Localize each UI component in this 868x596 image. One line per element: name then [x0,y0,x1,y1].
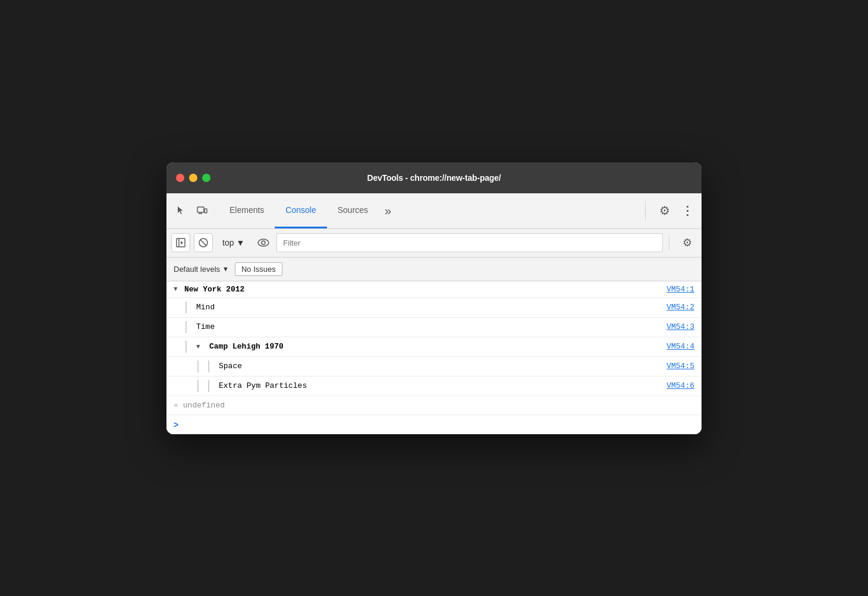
row-link-3[interactable]: VM54:3 [666,322,694,331]
levels-bar: Default levels ▼ No Issues [166,258,702,281]
console-input[interactable] [183,420,694,429]
window-title: DevTools - chrome://new-tab-page/ [367,173,501,183]
tab-console[interactable]: Console [275,193,326,228]
console-output: ▼ New York 2012 VM54:1 Mind VM54:2 Time [166,281,702,434]
minimize-button[interactable] [189,174,197,182]
tab-elements[interactable]: Elements [219,193,275,228]
devtools-window: DevTools - chrome://new-tab-page/ [166,162,702,434]
svg-marker-5 [181,241,183,244]
svg-point-9 [262,241,265,244]
toolbar-icons [171,201,212,220]
default-levels-dropdown[interactable]: Default levels ▼ [174,265,229,274]
titlebar: DevTools - chrome://new-tab-page/ [166,162,702,193]
svg-rect-0 [197,207,204,212]
console-row-3: Time VM54:3 [166,318,702,337]
console-settings-button[interactable]: ⚙ [678,233,697,252]
svg-line-7 [200,240,206,246]
console-row-6: Extra Pym Particles VM54:6 [166,377,702,396]
traffic-lights [176,174,210,182]
row-text-4: Camp Lehigh 1970 [209,342,284,351]
show-sidebar-button[interactable] [171,233,190,252]
indent-bar-3 [185,321,187,333]
inspect-element-button[interactable] [171,201,190,220]
row-text-5: Space [219,362,242,371]
no-issues-button[interactable]: No Issues [235,262,282,276]
row-link-5[interactable]: VM54:5 [666,362,694,371]
filter-input[interactable] [276,233,663,252]
close-button[interactable] [176,174,184,182]
console-toolbar: top ▼ ⚙ [166,229,702,258]
console-row-1: ▼ New York 2012 VM54:1 [166,281,702,298]
indent-bar-6b [208,380,209,392]
row-link-6[interactable]: VM54:6 [666,381,694,390]
clear-console-button[interactable] [194,233,213,252]
maximize-button[interactable] [202,174,210,182]
return-value-icon: « [174,401,178,410]
indent-bar-2 [185,302,187,313]
more-options-button[interactable]: ⋮ [678,201,697,220]
live-expressions-button[interactable] [254,233,273,252]
main-tabs: Elements Console Sources » [219,193,645,228]
prompt-row[interactable]: > [166,415,702,434]
svg-rect-1 [205,209,207,213]
tabs-right-icons: ⚙ ⋮ [645,201,697,220]
row-link-1[interactable]: VM54:1 [666,285,694,294]
expand-arrow-4[interactable]: ▼ [196,343,203,350]
row-link-2[interactable]: VM54:2 [666,303,694,312]
console-row-5: Space VM54:5 [166,357,702,377]
indent-bar-5b [208,360,209,372]
indent-bar-4 [185,341,187,353]
console-row-4: ▼ Camp Lehigh 1970 VM54:4 [166,337,702,357]
row-text-6: Extra Pym Particles [219,381,307,390]
prompt-chevron: > [174,420,178,429]
divider [669,236,669,250]
row-link-4[interactable]: VM54:4 [666,342,694,351]
device-mode-button[interactable] [193,201,212,220]
indent-bar-5a [197,360,199,372]
more-tabs-button[interactable]: » [379,193,397,228]
row-text-2: Mind [196,303,215,312]
tabs-bar: Elements Console Sources » ⚙ ⋮ [166,193,702,229]
console-row-2: Mind VM54:2 [166,298,702,318]
svg-point-8 [258,239,269,246]
devtools-body: Elements Console Sources » ⚙ ⋮ [166,193,702,434]
row-text-1: New York 2012 [184,285,244,294]
row-text-3: Time [196,322,215,331]
settings-button[interactable]: ⚙ [655,201,674,220]
undefined-row: « undefined [166,396,702,415]
context-dropdown[interactable]: top ▼ [216,236,250,250]
tab-sources[interactable]: Sources [327,193,379,228]
expand-arrow-1[interactable]: ▼ [174,286,181,293]
undefined-text: undefined [183,401,225,410]
indent-bar-6a [197,380,199,392]
